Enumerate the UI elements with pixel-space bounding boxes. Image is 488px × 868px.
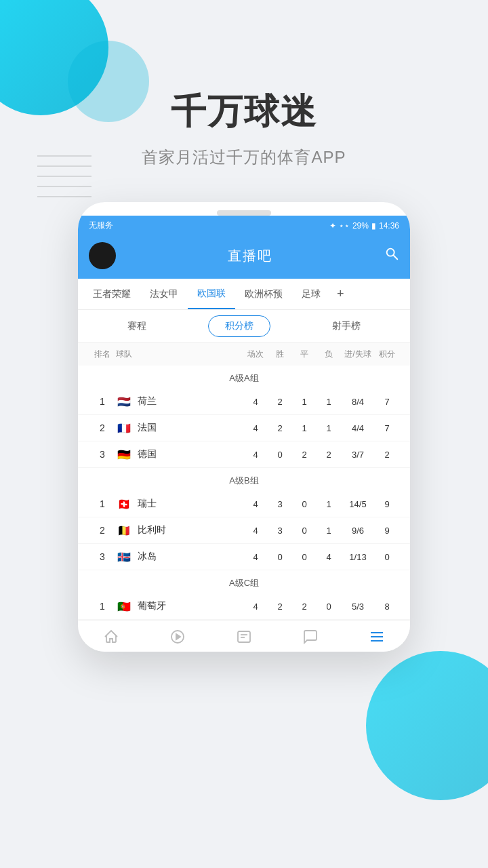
status-bar: 无服务 ✦ ⋆⋆ 29% ▮ 14:36 xyxy=(78,216,410,235)
table-row: 2 🇧🇪 比利时 4 3 0 1 9/6 9 xyxy=(78,517,410,544)
table-row: 1 🇨🇭 瑞士 4 3 0 1 14/5 9 xyxy=(78,491,410,517)
news-icon xyxy=(236,629,252,645)
home-icon xyxy=(103,629,119,645)
table-header: 排名 球队 场次 胜 平 负 进/失球 积分 xyxy=(78,343,410,366)
header-section: 千万球迷 首家月活过千万的体育APP xyxy=(0,0,488,195)
header-lose: 负 xyxy=(317,349,341,360)
svg-line-6 xyxy=(394,256,398,260)
header-win: 胜 xyxy=(268,349,292,360)
flag-germany: 🇩🇪 xyxy=(116,449,132,460)
group-c-header: A级C组 xyxy=(78,570,410,593)
header-team: 球队 xyxy=(116,349,243,360)
nav-tab-oubei[interactable]: 欧洲杯预 xyxy=(235,280,292,309)
nav-tabs: 王者荣耀 法女甲 欧国联 欧洲杯预 足球 + xyxy=(78,279,410,310)
flag-iceland: 🇮🇸 xyxy=(116,551,132,562)
bluetooth-icon: ✦ xyxy=(329,221,336,231)
list-icon xyxy=(369,629,385,645)
sub-tab-standings[interactable]: 积分榜 xyxy=(208,315,270,337)
battery-level: 29% xyxy=(352,221,369,231)
nav-tab-oujian[interactable]: 欧国联 xyxy=(188,279,235,309)
bottom-nav-live[interactable] xyxy=(156,629,199,645)
flag-portugal: 🇵🇹 xyxy=(116,601,132,612)
flag-switzerland: 🇨🇭 xyxy=(116,498,132,509)
header-rank: 排名 xyxy=(89,349,116,360)
flag-belgium: 🇧🇪 xyxy=(116,525,132,536)
battery-icon: ▮ xyxy=(371,221,376,231)
bottom-nav-news[interactable] xyxy=(222,629,266,645)
app-header: 直播吧 xyxy=(78,235,410,279)
header-draw: 平 xyxy=(292,349,317,360)
bottom-nav xyxy=(78,620,410,652)
table-row: 3 🇩🇪 德国 4 0 2 2 3/7 2 xyxy=(78,441,410,468)
wifi-icon: ⋆⋆ xyxy=(339,221,350,231)
nav-tab-zuqiu[interactable]: 足球 xyxy=(292,280,330,309)
chat-icon xyxy=(302,629,319,645)
header-games: 场次 xyxy=(243,349,268,360)
app-title: 直播吧 xyxy=(228,247,272,265)
table-row: 1 🇳🇱 荷兰 4 2 1 1 8/4 7 xyxy=(78,389,410,415)
status-no-service: 无服务 xyxy=(89,220,113,231)
main-title: 千万球迷 xyxy=(0,88,488,136)
nav-tab-fanv[interactable]: 法女甲 xyxy=(140,280,188,309)
phone-mockup: 无服务 ✦ ⋆⋆ 29% ▮ 14:36 直播吧 王者荣耀 法女甲 xyxy=(78,202,410,652)
sub-tabs: 赛程 积分榜 射手榜 xyxy=(78,310,410,343)
status-right: ✦ ⋆⋆ 29% ▮ 14:36 xyxy=(329,221,399,231)
svg-marker-8 xyxy=(176,634,180,639)
nav-tab-wangzhe[interactable]: 王者荣耀 xyxy=(83,280,140,309)
search-button[interactable] xyxy=(384,246,399,265)
bg-decoration-circle-br xyxy=(366,651,488,800)
bottom-nav-chat[interactable] xyxy=(289,629,332,645)
time-display: 14:36 xyxy=(379,221,399,231)
sub-tab-schedule[interactable]: 赛程 xyxy=(111,316,163,336)
flag-france: 🇫🇷 xyxy=(116,422,132,433)
svg-rect-9 xyxy=(238,631,250,642)
table-row: 1 🇵🇹 葡萄牙 4 2 2 0 5/3 8 xyxy=(78,593,410,620)
header-goals: 进/失球 xyxy=(341,349,375,360)
nav-tab-more[interactable]: + xyxy=(330,279,351,309)
flag-netherlands: 🇳🇱 xyxy=(116,396,132,407)
phone-container: 无服务 ✦ ⋆⋆ 29% ▮ 14:36 直播吧 王者荣耀 法女甲 xyxy=(0,202,488,652)
bottom-nav-home[interactable] xyxy=(89,629,133,645)
sub-title: 首家月活过千万的体育APP xyxy=(0,146,488,168)
sub-tab-scorers[interactable]: 射手榜 xyxy=(316,316,377,336)
group-b-header: A级B组 xyxy=(78,468,410,491)
phone-notch xyxy=(217,210,271,216)
svg-point-5 xyxy=(387,249,394,256)
header-points: 积分 xyxy=(375,349,399,360)
table-row: 3 🇮🇸 冰岛 4 0 0 4 1/13 0 xyxy=(78,544,410,570)
group-a-header: A级A组 xyxy=(78,366,410,389)
play-icon xyxy=(169,629,186,645)
table-row: 2 🇫🇷 法国 4 2 1 1 4/4 7 xyxy=(78,415,410,441)
bottom-nav-list[interactable] xyxy=(355,629,399,645)
avatar[interactable] xyxy=(89,242,116,269)
